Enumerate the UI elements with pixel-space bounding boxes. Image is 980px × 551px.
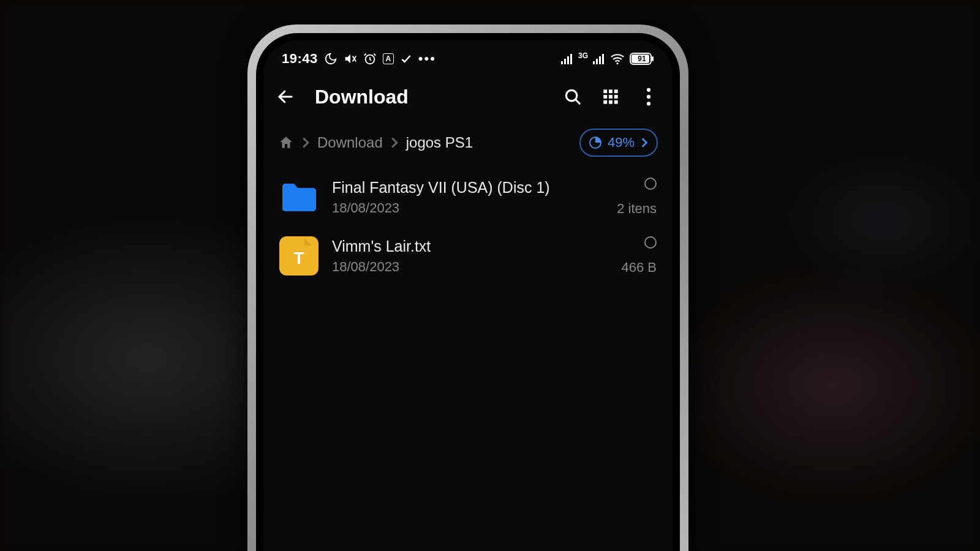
svg-rect-10 bbox=[602, 54, 604, 64]
file-meta: 466 B bbox=[622, 260, 657, 276]
back-button[interactable] bbox=[272, 83, 299, 110]
svg-rect-6 bbox=[570, 54, 572, 64]
pie-icon bbox=[589, 137, 601, 149]
svg-rect-23 bbox=[614, 95, 618, 99]
dnd-moon-icon bbox=[324, 52, 337, 66]
badge-a-icon: A bbox=[383, 53, 394, 64]
svg-rect-8 bbox=[596, 59, 598, 64]
phone-frame: 19:43 A ••• bbox=[247, 24, 688, 551]
text-file-icon: T bbox=[279, 236, 318, 276]
select-toggle[interactable] bbox=[644, 178, 657, 190]
svg-rect-19 bbox=[609, 89, 612, 93]
svg-rect-3 bbox=[561, 61, 563, 64]
search-icon bbox=[564, 88, 582, 106]
status-bar-left: 19:43 A ••• bbox=[282, 51, 436, 67]
breadcrumb-item[interactable]: Download bbox=[317, 134, 383, 151]
svg-line-17 bbox=[576, 100, 579, 103]
svg-point-29 bbox=[647, 102, 650, 105]
home-icon[interactable] bbox=[278, 135, 294, 151]
svg-rect-25 bbox=[609, 100, 612, 104]
svg-rect-26 bbox=[614, 100, 618, 104]
alarm-icon bbox=[363, 52, 377, 66]
select-toggle[interactable] bbox=[644, 236, 657, 249]
battery-icon: 91 bbox=[630, 53, 654, 65]
grid-icon bbox=[602, 88, 619, 105]
mute-icon bbox=[344, 52, 357, 66]
signal-icon bbox=[561, 53, 573, 64]
file-right: 2 itens bbox=[617, 178, 657, 217]
file-main: Final Fantasy VII (USA) (Disc 1) 18/08/2… bbox=[332, 179, 603, 216]
svg-rect-7 bbox=[593, 61, 595, 64]
svg-rect-24 bbox=[603, 100, 607, 104]
storage-percent: 49% bbox=[608, 135, 635, 151]
battery-level-text: 91 bbox=[630, 53, 654, 65]
svg-rect-4 bbox=[564, 59, 566, 64]
folder-icon bbox=[279, 178, 318, 217]
page-title: Download bbox=[315, 86, 546, 108]
grid-view-button[interactable] bbox=[600, 86, 621, 107]
status-bar: 19:43 A ••• bbox=[263, 40, 673, 72]
wifi-icon bbox=[610, 53, 625, 65]
header-actions bbox=[562, 86, 659, 107]
check-icon bbox=[400, 53, 412, 65]
breadcrumb-row: Download jogos PS1 49% bbox=[263, 121, 673, 169]
svg-rect-9 bbox=[599, 56, 601, 64]
file-date: 18/08/2023 bbox=[332, 259, 608, 275]
chevron-right-icon bbox=[301, 137, 310, 149]
more-vertical-icon bbox=[646, 88, 651, 106]
svg-point-28 bbox=[647, 95, 650, 99]
file-main: Vimm's Lair.txt 18/08/2023 bbox=[332, 238, 608, 275]
phone-screen: 19:43 A ••• bbox=[263, 40, 673, 551]
storage-chip[interactable]: 49% bbox=[579, 129, 658, 157]
chevron-right-icon bbox=[390, 137, 399, 149]
status-time: 19:43 bbox=[282, 51, 318, 67]
more-menu-button[interactable] bbox=[638, 86, 659, 107]
svg-rect-22 bbox=[609, 95, 612, 99]
list-item[interactable]: T Vimm's Lair.txt 18/08/2023 466 B bbox=[276, 229, 660, 288]
svg-rect-18 bbox=[603, 89, 607, 93]
signal-2-icon bbox=[593, 53, 605, 64]
list-item[interactable]: Final Fantasy VII (USA) (Disc 1) 18/08/2… bbox=[276, 170, 660, 229]
file-name: Final Fantasy VII (USA) (Disc 1) bbox=[332, 179, 603, 197]
search-button[interactable] bbox=[562, 86, 583, 107]
file-meta: 2 itens bbox=[617, 201, 657, 217]
network-label: 3G bbox=[578, 51, 588, 60]
svg-point-11 bbox=[617, 62, 619, 64]
breadcrumb-current[interactable]: jogos PS1 bbox=[406, 134, 473, 151]
file-date: 18/08/2023 bbox=[332, 200, 603, 216]
chevron-right-icon bbox=[641, 137, 648, 148]
svg-text:T: T bbox=[293, 249, 304, 268]
arrow-left-icon bbox=[276, 88, 295, 106]
more-dots-icon: ••• bbox=[418, 51, 436, 67]
file-list: Final Fantasy VII (USA) (Disc 1) 18/08/2… bbox=[263, 169, 673, 289]
file-name: Vimm's Lair.txt bbox=[332, 238, 608, 255]
svg-point-27 bbox=[647, 88, 650, 92]
file-right: 466 B bbox=[622, 236, 657, 276]
app-header: Download bbox=[263, 72, 673, 121]
status-bar-right: 3G 91 bbox=[561, 53, 654, 65]
phone-inner-frame: 19:43 A ••• bbox=[256, 33, 680, 551]
svg-rect-21 bbox=[603, 95, 607, 99]
breadcrumb[interactable]: Download jogos PS1 bbox=[278, 134, 579, 151]
svg-rect-5 bbox=[567, 56, 569, 64]
svg-rect-20 bbox=[614, 89, 618, 93]
